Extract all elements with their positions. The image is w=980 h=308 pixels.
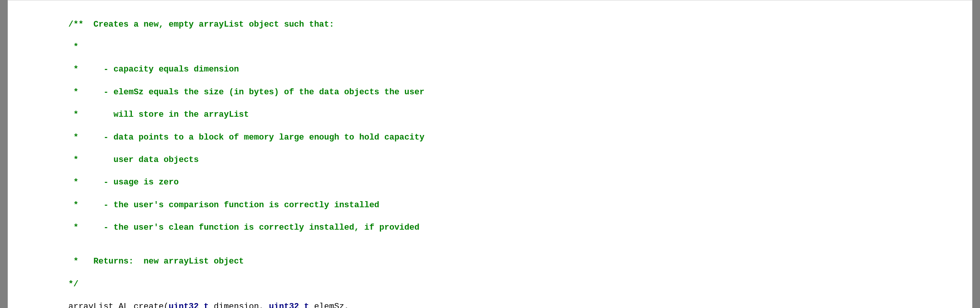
comment-line: * - data points to a block of memory lar… xyxy=(68,133,424,142)
code-text: elemSz, xyxy=(309,302,350,308)
comment-line: * xyxy=(68,42,78,52)
comment-line: * - the user's clean function is correct… xyxy=(68,223,419,232)
comment-line: * - elemSz equals the size (in bytes) of… xyxy=(68,88,424,97)
type-keyword: uint32_t xyxy=(169,302,209,308)
comment-line: * Returns: new arrayList object xyxy=(68,257,244,266)
comment-line: */ xyxy=(68,279,78,289)
code-text: dimension, xyxy=(209,302,269,308)
signature-line-1: arrayList AL_create(uint32_t dimension, … xyxy=(68,301,972,308)
comment-line: * user data objects xyxy=(68,155,199,164)
comment-line: * - capacity equals dimension xyxy=(68,65,239,74)
code-text: arrayList AL_create( xyxy=(68,302,169,308)
comment-line: * will store in the arrayList xyxy=(68,110,249,120)
comment-line: * - the user's comparison function is co… xyxy=(68,200,379,210)
document-page: /** Creates a new, empty arrayList objec… xyxy=(8,0,972,308)
comment-line: /** Creates a new, empty arrayList objec… xyxy=(68,20,334,29)
code-block: /** Creates a new, empty arrayList objec… xyxy=(8,8,972,308)
type-keyword: uint32_t xyxy=(269,302,309,308)
comment-line: * - usage is zero xyxy=(68,177,178,187)
